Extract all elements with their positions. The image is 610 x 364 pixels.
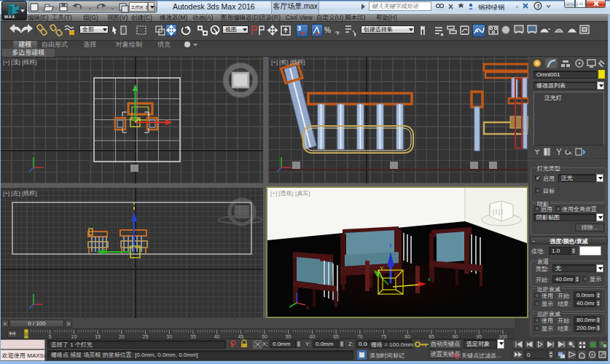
svg-text:85: 85 (429, 334, 434, 339)
svg-text:0: 0 (527, 352, 531, 358)
svg-text:25: 25 (143, 334, 149, 339)
svg-text:45: 45 (238, 334, 243, 339)
svg-text:100: 100 (498, 334, 507, 339)
svg-text:40: 40 (214, 334, 220, 339)
svg-text:15: 15 (95, 334, 101, 339)
svg-text:x: x (428, 276, 431, 282)
svg-text:70: 70 (357, 334, 363, 339)
svg-text:55: 55 (286, 334, 292, 339)
svg-text:?: ? (536, 3, 540, 9)
svg-text:Y: Y (380, 265, 384, 272)
svg-text:65: 65 (333, 334, 339, 339)
svg-text:75: 75 (381, 334, 387, 339)
svg-text:35: 35 (190, 334, 196, 339)
svg-text:50: 50 (262, 334, 267, 339)
svg-text:%: % (324, 26, 331, 34)
svg-text:60: 60 (310, 334, 316, 339)
svg-text:x: x (306, 305, 309, 310)
svg-text:5: 5 (49, 334, 52, 339)
svg-text:3: 3 (297, 25, 301, 32)
svg-text:10: 10 (71, 334, 77, 339)
svg-text:95: 95 (476, 334, 482, 339)
svg-text:90: 90 (453, 334, 458, 339)
svg-text:80: 80 (404, 334, 410, 339)
svg-text:20: 20 (119, 334, 125, 339)
svg-text:30: 30 (166, 334, 172, 339)
